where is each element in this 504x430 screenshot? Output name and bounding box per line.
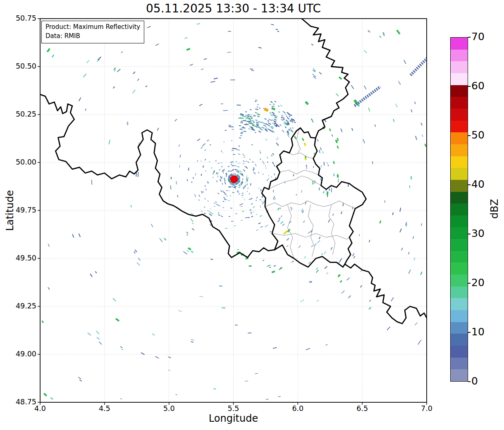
echo-dash — [301, 190, 302, 193]
echo-dash — [221, 191, 222, 192]
echo-dash — [260, 226, 263, 227]
echo-dash — [317, 300, 319, 301]
echo-dash — [283, 119, 284, 120]
echo-dash — [408, 252, 409, 254]
echo-dash — [256, 109, 258, 110]
y-tick-label: 50.25 — [13, 110, 36, 118]
echo-dash — [99, 342, 101, 344]
echo-dash — [227, 52, 231, 53]
echo-dash — [253, 169, 254, 171]
radar-echoes — [42, 23, 426, 400]
echo-dash — [255, 373, 258, 374]
echo-dash — [248, 129, 251, 129]
echo-dash — [237, 191, 239, 191]
echo-dash — [48, 287, 50, 290]
echo-dash — [255, 172, 256, 174]
echo-dash — [225, 182, 226, 184]
district-border-lux-canton-n2 — [296, 129, 300, 153]
country-border-luxembourg-france — [275, 245, 345, 267]
echo-dash — [265, 119, 267, 119]
echo-dash — [272, 108, 275, 109]
echo-dash — [413, 236, 413, 239]
echo-dash — [221, 216, 223, 217]
echo-dash — [397, 30, 400, 34]
echo-dash — [239, 138, 241, 138]
echo-dash — [47, 49, 50, 52]
echo-dash — [152, 334, 155, 335]
echo-dash — [248, 177, 248, 179]
echo-dash — [251, 213, 252, 214]
colorbar-band-45dbz — [451, 156, 468, 168]
echo-dash — [319, 237, 320, 239]
echo-dash — [415, 322, 417, 325]
echo-dash — [261, 127, 264, 128]
echo-dash — [239, 146, 240, 146]
echo-dash — [272, 271, 275, 272]
echo-dash — [273, 114, 275, 116]
echo-dash — [164, 238, 166, 240]
colorbar-band-70dbz — [451, 38, 468, 50]
echo-dash — [272, 153, 274, 155]
echo-dash — [235, 184, 236, 185]
echo-dash — [287, 245, 288, 247]
echo-dash — [343, 203, 343, 206]
echo-dash — [416, 136, 417, 140]
echo-dash — [393, 213, 393, 215]
echo-dash — [72, 234, 74, 237]
echo-dash — [266, 127, 267, 129]
echo-dash — [420, 272, 422, 275]
echo-dash — [305, 201, 306, 204]
echo-dash — [230, 171, 232, 171]
echo-dash — [221, 163, 222, 163]
echo-dash — [133, 90, 135, 93]
echo-dash — [235, 189, 236, 189]
echo-dash — [278, 396, 281, 397]
echo-dash — [260, 189, 261, 191]
colorbar-tick-label: 50 — [471, 129, 496, 141]
echo-dash — [275, 115, 277, 117]
echo-dash — [205, 159, 205, 160]
product-info-box: Product: Maximum Reflectivity Data: RMIB — [41, 21, 144, 43]
echo-dash — [290, 128, 291, 129]
echo-dash — [260, 150, 261, 151]
echo-dash — [294, 136, 296, 139]
echo-dash — [228, 31, 231, 32]
echo-dash — [237, 192, 239, 193]
echo-dash — [44, 393, 47, 396]
echo-dash — [199, 104, 202, 106]
echo-dash — [243, 161, 245, 162]
echo-dash — [272, 106, 273, 107]
echo-dash — [191, 220, 193, 222]
echo-dash — [205, 185, 205, 186]
echo-dash — [251, 118, 253, 119]
echo-dash — [393, 119, 394, 122]
echo-dash — [228, 191, 229, 191]
colorbar-band-52.5dbz — [451, 121, 468, 133]
echo-dash — [221, 104, 223, 104]
echo-dash — [332, 134, 332, 136]
echo-dash — [270, 112, 271, 113]
echo-dash — [320, 147, 321, 150]
echo-dash — [222, 191, 224, 192]
echo-dash — [171, 177, 172, 179]
echo-dash — [246, 161, 247, 162]
echo-dash — [414, 258, 415, 260]
echo-dash — [265, 139, 267, 141]
echo-dash — [286, 120, 289, 122]
echo-dash — [314, 244, 316, 246]
echo-dash — [192, 223, 193, 224]
echo-dash — [341, 211, 342, 214]
echo-dash — [199, 199, 199, 201]
echo-dash — [191, 342, 193, 342]
echo-dash — [354, 256, 355, 258]
colorbar-band-47.5dbz — [451, 144, 468, 156]
echo-dash — [312, 121, 313, 122]
echo-dash — [228, 171, 229, 172]
echo-dash — [292, 127, 293, 129]
echo-dash — [204, 207, 205, 208]
colorbar-band-7.5dbz — [451, 334, 468, 346]
echo-dash — [421, 223, 422, 226]
echo-dash — [245, 217, 248, 218]
echo-dash — [155, 356, 159, 358]
echo-dash — [238, 167, 239, 167]
